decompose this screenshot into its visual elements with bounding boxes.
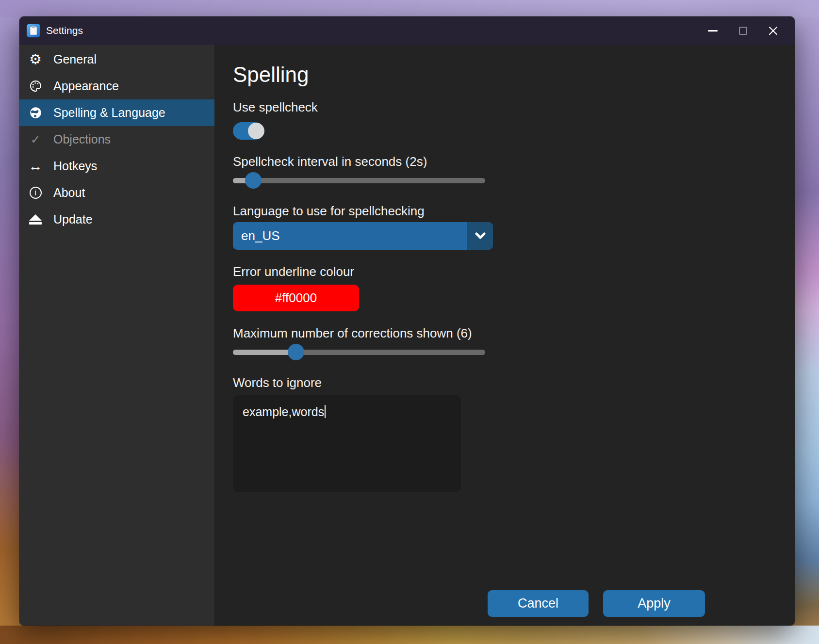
apply-button-label: Apply	[638, 596, 671, 611]
language-dropdown[interactable]: en_US	[233, 222, 493, 250]
page-title: Spelling	[233, 64, 775, 85]
sidebar-item-label: Hotkeys	[53, 159, 97, 173]
maximize-button[interactable]	[728, 20, 758, 41]
sidebar-item-objections[interactable]: ✓ Objections	[19, 126, 214, 153]
use-spellcheck-label: Use spellcheck	[233, 100, 775, 114]
slider-track	[233, 178, 485, 183]
minimize-icon	[708, 30, 718, 32]
sidebar-item-label: About	[53, 186, 85, 200]
globe-icon	[28, 106, 43, 119]
text-caret	[325, 405, 326, 418]
words-to-ignore-input[interactable]: example,words	[233, 395, 461, 492]
desktop: Settings ⚙ General	[0, 0, 819, 644]
words-to-ignore-label: Words to ignore	[233, 375, 775, 390]
cancel-button[interactable]: Cancel	[488, 590, 589, 617]
sidebar-item-spelling-language[interactable]: Spelling & Language	[19, 99, 214, 126]
eject-icon	[28, 214, 43, 225]
sidebar-item-label: Spelling & Language	[53, 106, 165, 120]
sidebar-item-about[interactable]: i About	[19, 179, 214, 206]
sidebar-item-appearance[interactable]: Appearance	[19, 73, 214, 99]
interval-slider-thumb[interactable]	[245, 172, 262, 189]
sidebar-item-label: Appearance	[53, 79, 119, 93]
maximize-icon	[739, 27, 747, 35]
max-corrections-slider-thumb[interactable]	[288, 344, 304, 360]
sidebar-item-label: Update	[53, 212, 93, 226]
interval-label: Spellcheck interval in seconds (2s)	[233, 154, 775, 169]
desktop-wallpaper-top	[0, 0, 819, 17]
interval-slider[interactable]	[233, 172, 485, 189]
sidebar-item-label: General	[53, 52, 97, 66]
sidebar-item-general[interactable]: ⚙ General	[19, 46, 214, 73]
info-icon: i	[28, 187, 43, 199]
window-body: ⚙ General Appearance	[19, 45, 795, 626]
max-corrections-label: Maximum number of corrections shown (6)	[233, 326, 775, 340]
dropdown-chevron-zone	[467, 222, 493, 250]
sidebar-item-label: Objections	[53, 132, 111, 146]
gear-icon: ⚙	[28, 52, 43, 66]
titlebar: Settings	[19, 16, 795, 45]
slider-fill	[233, 350, 296, 355]
error-colour-label: Error underline colour	[233, 264, 775, 279]
close-button[interactable]	[758, 20, 788, 41]
sidebar-item-update[interactable]: Update	[19, 206, 214, 233]
max-corrections-slider[interactable]	[233, 343, 485, 361]
toggle-knob	[248, 123, 264, 139]
sidebar: ⚙ General Appearance	[19, 45, 214, 626]
window-controls	[698, 20, 788, 41]
apply-button[interactable]: Apply	[603, 590, 705, 617]
error-colour-button[interactable]: #ff0000	[233, 285, 359, 311]
minimize-button[interactable]	[698, 20, 728, 41]
close-icon	[768, 25, 779, 36]
spelling-panel: Spelling Use spellcheck Spellcheck inter…	[214, 45, 795, 626]
app-icon	[27, 24, 40, 37]
cancel-button-label: Cancel	[518, 596, 558, 611]
arrows-icon: ↔	[28, 159, 43, 173]
window-title: Settings	[46, 25, 83, 36]
language-dropdown-value: en_US	[233, 228, 280, 243]
palette-icon	[28, 80, 43, 93]
check-icon: ✓	[28, 134, 43, 145]
chevron-down-icon	[475, 232, 486, 240]
error-colour-value: #ff0000	[275, 290, 317, 306]
desktop-wallpaper-bottom	[0, 626, 819, 644]
use-spellcheck-toggle[interactable]	[233, 122, 264, 140]
settings-window: Settings ⚙ General	[19, 16, 795, 626]
words-to-ignore-value: example,words	[243, 405, 324, 419]
language-label: Language to use for spellchecking	[233, 204, 775, 218]
sidebar-item-hotkeys[interactable]: ↔ Hotkeys	[19, 153, 214, 179]
